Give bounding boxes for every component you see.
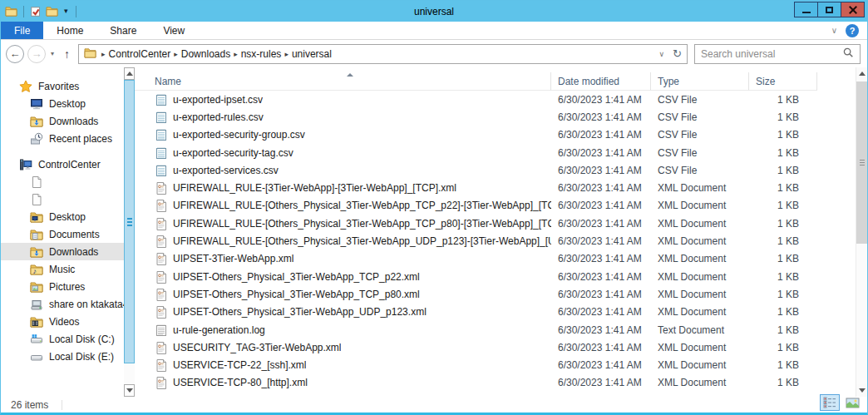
file-name-cell[interactable]: u-exported-rules.csv: [135, 111, 551, 124]
file-name-cell[interactable]: UIPSET-3Tier-WebApp.xml: [135, 252, 551, 265]
file-row[interactable]: u-exported-rules.csv6/30/2023 1:41 AMCSV…: [135, 108, 856, 126]
recent-locations-chevron-icon[interactable]: ▾: [49, 50, 56, 57]
file-row[interactable]: USERVICE-TCP-80_[http].xml6/30/2023 1:41…: [135, 374, 856, 392]
details-view-button[interactable]: [820, 394, 840, 411]
file-list-scrollbar[interactable]: [856, 67, 867, 397]
sidebar-item-local-disk-e-[interactable]: Local Disk (E:): [1, 348, 124, 365]
file-name: u-exported-ipset.csv: [173, 94, 263, 106]
refresh-icon[interactable]: ↻: [673, 47, 682, 60]
search-icon[interactable]: [843, 47, 854, 61]
file-name-cell[interactable]: UFIREWALL_RULE-[3Tier-WebApp]-[3Tier-Web…: [135, 181, 551, 195]
scroll-up-button[interactable]: [124, 67, 135, 80]
column-header-date[interactable]: Date modified: [551, 72, 651, 91]
file-row[interactable]: u-exported-services.csv6/30/2023 1:41 AM…: [135, 161, 856, 179]
file-row[interactable]: u-exported-ipset.csv6/30/2023 1:41 AMCSV…: [135, 91, 856, 108]
file-name-cell[interactable]: USERVICE-TCP-80_[http].xml: [135, 376, 551, 389]
column-header-type[interactable]: Type: [651, 72, 749, 91]
file-row[interactable]: UFIREWALL_RULE-[3Tier-WebApp]-[3Tier-Web…: [135, 179, 856, 196]
tab-home[interactable]: Home: [43, 22, 96, 39]
file-row[interactable]: UFIREWALL_RULE-[Others_Physical_3Tier-We…: [135, 232, 856, 249]
file-name-cell[interactable]: UIPSET-Others_Physical_3Tier-WebApp_UDP_…: [135, 305, 551, 319]
file-row[interactable]: USERVICE-TCP-22_[ssh].xml6/30/2023 1:41 …: [135, 356, 856, 373]
column-header-size[interactable]: Size: [749, 72, 817, 91]
thumbnails-view-button[interactable]: [842, 394, 862, 411]
tab-view[interactable]: View: [150, 22, 198, 39]
grip-icon: [127, 218, 132, 226]
file-row[interactable]: u-rule-generation.log6/30/2023 1:41 AMTe…: [135, 321, 856, 338]
sidebar-item-desktop[interactable]: Desktop: [1, 208, 124, 225]
sidebar-item-local-disk-c-[interactable]: Local Disk (C:): [1, 330, 124, 348]
breadcrumb-separator-icon[interactable]: ▸: [230, 50, 241, 58]
scroll-down-button[interactable]: [124, 384, 135, 397]
maximize-button[interactable]: [817, 2, 841, 17]
sidebar-item-blank[interactable]: [1, 190, 124, 208]
properties-check-icon[interactable]: [30, 6, 42, 17]
sidebar-item-pictures[interactable]: Pictures: [1, 278, 124, 295]
breadcrumb[interactable]: ▸ControlCenter▸Downloads▸nsx-rules▸unive…: [78, 44, 688, 64]
scroll-up-button[interactable]: [856, 67, 867, 80]
scrollbar-track[interactable]: [124, 80, 135, 384]
chevron-down-icon[interactable]: ▾: [62, 7, 70, 15]
sidebar-item-music[interactable]: ♪Music: [1, 260, 124, 278]
file-name-cell[interactable]: UFIREWALL_RULE-[Others_Physical_3Tier-We…: [135, 199, 551, 212]
close-button[interactable]: [841, 2, 865, 17]
file-name-cell[interactable]: u-exported-services.csv: [135, 164, 551, 177]
scrollbar-track[interactable]: [856, 80, 867, 384]
file-row[interactable]: USECURITY_TAG-3Tier-WebApp.xml6/30/2023 …: [135, 338, 856, 356]
file-size: 1 KB: [749, 182, 817, 194]
folder-shortcut-icon[interactable]: [46, 6, 58, 17]
file-name-cell[interactable]: UIPSET-Others_Physical_3Tier-WebApp_TCP_…: [135, 270, 551, 284]
up-button[interactable]: ↑: [59, 47, 75, 61]
scrollbar-thumb[interactable]: [124, 80, 135, 363]
ribbon-collapse-icon[interactable]: ∨: [831, 26, 837, 35]
file-name-cell[interactable]: UFIREWALL_RULE-[Others_Physical_3Tier-We…: [135, 217, 551, 230]
address-dropdown-icon[interactable]: ∨: [659, 50, 665, 58]
file-row[interactable]: UFIREWALL_RULE-[Others_Physical_3Tier-We…: [135, 215, 856, 232]
breadcrumb-separator-icon[interactable]: ▸: [170, 50, 181, 58]
breadcrumb-separator-icon[interactable]: ▸: [281, 50, 292, 58]
file-name-cell[interactable]: UFIREWALL_RULE-[Others_Physical_3Tier-We…: [135, 235, 551, 248]
file-row[interactable]: u-exported-security-group.csv6/30/2023 1…: [135, 126, 856, 144]
file-name-cell[interactable]: u-exported-security-group.csv: [135, 128, 551, 141]
minimize-button[interactable]: [794, 2, 818, 17]
file-row[interactable]: UIPSET-3Tier-WebApp.xml6/30/2023 1:41 AM…: [135, 250, 856, 268]
sidebar-item-documents[interactable]: Documents: [1, 225, 124, 243]
sidebar-item-share-on-ktakata4[interactable]: share on ktakata4: [1, 295, 124, 313]
sidebar-item-downloads[interactable]: Downloads: [1, 112, 124, 130]
sidebar-item-desktop[interactable]: Desktop: [1, 95, 124, 112]
breadcrumb-item-nsx-rules[interactable]: nsx-rules: [241, 48, 282, 60]
search-box[interactable]: Search universal: [694, 44, 861, 64]
sidebar-item-blank[interactable]: [1, 173, 124, 190]
breadcrumb-item-controlcenter[interactable]: ControlCenter: [109, 48, 171, 60]
sidebar-item-favorites[interactable]: Favorites: [1, 77, 124, 95]
file-row[interactable]: UIPSET-Others_Physical_3Tier-WebApp_UDP_…: [135, 304, 856, 321]
sidebar-item-downloads[interactable]: Downloads: [1, 243, 124, 260]
breadcrumb-item-downloads[interactable]: Downloads: [181, 48, 230, 60]
column-headers: NameDate modifiedTypeSize: [135, 72, 856, 91]
file-row[interactable]: u-exported-security-tag.csv6/30/2023 1:4…: [135, 144, 856, 161]
sidebar-item-label: Music: [49, 264, 75, 275]
tab-file[interactable]: File: [1, 22, 43, 39]
scrollbar-thumb[interactable]: [856, 82, 867, 244]
file-row[interactable]: UIPSET-Others_Physical_3Tier-WebApp_TCP_…: [135, 268, 856, 285]
forward-button[interactable]: →: [27, 45, 46, 63]
file-date: 6/30/2023 1:41 AM: [551, 377, 651, 388]
file-row[interactable]: UIPSET-Others_Physical_3Tier-WebApp_TCP_…: [135, 285, 856, 303]
navigation-pane-scrollbar[interactable]: [124, 67, 135, 397]
file-name-cell[interactable]: UIPSET-Others_Physical_3Tier-WebApp_TCP_…: [135, 288, 551, 301]
file-name-cell[interactable]: USECURITY_TAG-3Tier-WebApp.xml: [135, 341, 551, 354]
breadcrumb-item-universal[interactable]: universal: [292, 48, 332, 60]
back-button[interactable]: ←: [6, 45, 24, 63]
tab-share[interactable]: Share: [96, 22, 150, 39]
file-name-cell[interactable]: u-rule-generation.log: [135, 324, 551, 337]
file-name-cell[interactable]: USERVICE-TCP-22_[ssh].xml: [135, 358, 551, 372]
sidebar-item-controlcenter[interactable]: ControlCenter: [1, 156, 124, 173]
sidebar-item-recent-places[interactable]: Recent places: [1, 130, 124, 147]
help-icon[interactable]: ?: [846, 24, 859, 37]
column-header-name[interactable]: Name: [135, 72, 551, 91]
file-name-cell[interactable]: u-exported-security-tag.csv: [135, 146, 551, 160]
file-name-cell[interactable]: u-exported-ipset.csv: [135, 93, 551, 106]
breadcrumb-separator-icon[interactable]: ▸: [98, 50, 109, 58]
sidebar-item-videos[interactable]: Videos: [1, 313, 124, 330]
file-row[interactable]: UFIREWALL_RULE-[Others_Physical_3Tier-We…: [135, 197, 856, 215]
